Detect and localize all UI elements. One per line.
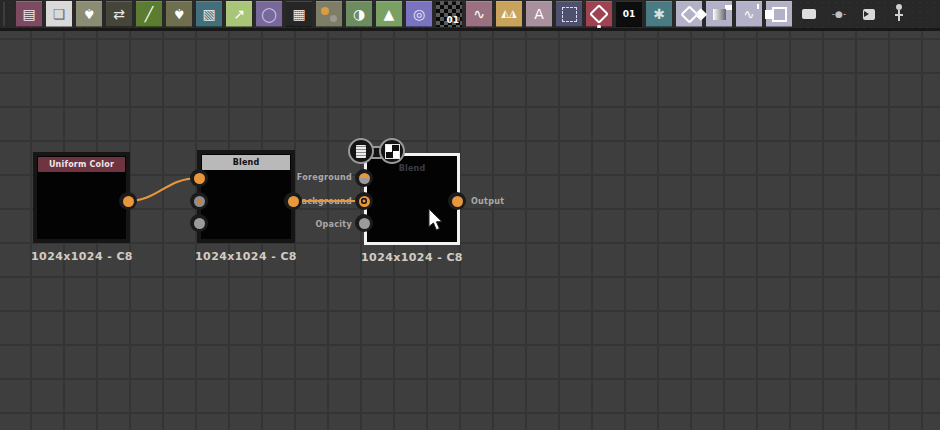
scatter-node-glyph [316, 1, 342, 27]
node-resolution-label: 1024x1024 - C8 [181, 250, 311, 263]
flood-fill-node-icon[interactable] [586, 1, 612, 27]
node-toolbar: ▤❏♠⇄╱♠▧↗◯▦◑▲◎01∿◭◮A01✱∿-●- [0, 0, 940, 28]
flood-fill-to-bbox-node-icon[interactable] [766, 1, 792, 27]
text-node-glyph: A [534, 7, 544, 21]
blend-node-glyph: ♠ [83, 7, 96, 21]
blend2-input-background-port[interactable] [355, 192, 373, 210]
blend-node-icon[interactable]: ♠ [76, 1, 102, 27]
node-title: Uniform Color [38, 157, 125, 172]
channel-shuffle-node-icon[interactable]: ⇄ [106, 1, 132, 27]
scatter-node-icon[interactable] [316, 1, 342, 27]
directional-warp-node-icon[interactable]: ▧ [196, 1, 222, 27]
document-icon [356, 145, 366, 158]
node-thumbnail-toggle-button[interactable] [379, 138, 405, 164]
switch-node-glyph [863, 9, 875, 20]
grayscale-conversion-node-icon[interactable]: ◑ [346, 1, 372, 27]
blend1-input-foreground-port[interactable] [190, 169, 208, 187]
curve-editor-node-glyph: ∿ [473, 7, 485, 21]
toolbar-icons: ▤❏♠⇄╱♠▧↗◯▦◑▲◎01∿◭◮A01✱∿-●- [16, 1, 912, 27]
cells-node-glyph: ✱ [653, 7, 665, 21]
checkerboard-icon [385, 144, 400, 159]
grayscale-conversion-node-glyph: ◑ [353, 7, 365, 21]
flood-fill-to-gradient-node-glyph [713, 9, 726, 20]
dot-node-glyph: -●- [832, 10, 846, 19]
hsl-node-icon[interactable]: ◎ [406, 1, 432, 27]
blend2-input-opacity-port[interactable] [355, 214, 373, 232]
channel-shuffle-node-glyph: ⇄ [113, 7, 125, 21]
toolbar-bottom-edge [0, 28, 940, 31]
flood-fill-to-color-node-glyph [680, 5, 698, 23]
grayscale-pin [359, 218, 370, 229]
transform-2d-node-icon[interactable] [556, 1, 582, 27]
variant-pin [194, 196, 205, 207]
color-pin [288, 196, 299, 207]
levels-node-glyph: ▲ [384, 7, 395, 21]
color-pin [452, 196, 463, 207]
output-label: Output [471, 197, 504, 206]
node-uniform-color[interactable]: Uniform Color [33, 152, 130, 243]
input-label-foreground: Foreground [282, 173, 352, 182]
flood-fill-to-position-node-icon[interactable]: ∿ [736, 1, 762, 27]
flood-fill-to-gradient-node-icon[interactable] [706, 1, 732, 27]
warp-node-glyph: ↗ [233, 7, 245, 21]
pin-glyph [898, 10, 900, 21]
switch-node-icon[interactable] [856, 1, 882, 27]
comment-glyph [802, 9, 816, 19]
node-resolution-label: 1024x1024 - C8 [347, 251, 477, 264]
blend1-output-port[interactable] [284, 192, 302, 210]
toolbar-drag-handle[interactable] [3, 2, 8, 26]
hsl-node-glyph: ◎ [413, 7, 425, 21]
node-blend-1[interactable]: Blend [197, 150, 295, 243]
color-pin [123, 196, 134, 207]
gradient-map-node-icon[interactable]: 01 [436, 1, 462, 27]
levels-node-icon[interactable]: ▲ [376, 1, 402, 27]
grayscale-pin [194, 218, 205, 229]
curve-node-glyph: ╱ [145, 7, 153, 21]
bitmap-node-glyph: ▤ [22, 7, 35, 21]
curve-editor-node-icon[interactable]: ∿ [466, 1, 492, 27]
blend1-input-background-port[interactable] [190, 192, 208, 210]
transform-2d-node-glyph [562, 7, 577, 22]
svg-node-icon[interactable]: ❏ [46, 1, 72, 27]
substance-graph-window: ▤❏♠⇄╱♠▧↗◯▦◑▲◎01∿◭◮A01✱∿-●- Uniform Color… [0, 0, 940, 430]
directional-blur-node-icon[interactable]: ♠ [166, 1, 192, 27]
color-pin [194, 173, 205, 184]
tile-sampler-node-icon[interactable]: ▦ [286, 1, 312, 27]
text-node-icon[interactable]: A [526, 1, 552, 27]
curve-node-icon[interactable]: ╱ [136, 1, 162, 27]
pixel-processor-node-icon[interactable]: 01 [616, 1, 642, 27]
flood-fill-to-position-node-glyph: ∿ [744, 8, 755, 21]
node-properties-button[interactable] [348, 138, 374, 164]
shape-node-icon[interactable]: ◯ [256, 1, 282, 27]
node-title: Blend [202, 155, 290, 170]
tile-sampler-node-glyph: ▦ [292, 7, 305, 21]
node-resolution-label: 1024x1024 - C8 [17, 250, 147, 263]
blend2-input-foreground-port[interactable] [355, 169, 373, 187]
flood-fill-node-glyph [589, 4, 609, 24]
shape-node-glyph: ◯ [261, 7, 277, 21]
connected-pin [359, 196, 370, 207]
directional-warp-node-glyph: ▧ [202, 7, 215, 21]
gradient-map-node-glyph: 01 [436, 1, 462, 27]
pin-icon[interactable] [886, 1, 912, 27]
flood-fill-to-bbox-node-glyph [772, 7, 787, 22]
cells-node-icon[interactable]: ✱ [646, 1, 672, 27]
comment-icon[interactable] [796, 1, 822, 27]
flood-fill-to-color-node-icon[interactable] [676, 1, 702, 27]
bitmap-node-icon[interactable]: ▤ [16, 1, 42, 27]
graph-canvas[interactable] [0, 31, 940, 430]
variant-pin [359, 173, 370, 184]
blend1-input-opacity-port[interactable] [190, 214, 208, 232]
directional-blur-node-glyph: ♠ [173, 7, 186, 21]
dot-node-icon[interactable]: -●- [826, 1, 852, 27]
mirror-node-icon[interactable]: ◭◮ [496, 1, 522, 27]
pixel-processor-node-glyph: 01 [623, 10, 636, 19]
uniformcolor-output-port[interactable] [119, 192, 137, 210]
mirror-node-glyph: ◭◮ [501, 9, 516, 19]
blend2-output-port[interactable] [448, 192, 466, 210]
warp-node-icon[interactable]: ↗ [226, 1, 252, 27]
input-label-opacity: Opacity [282, 220, 352, 229]
mouse-cursor-icon [428, 209, 446, 233]
svg-node-glyph: ❏ [53, 7, 66, 21]
node-title: Blend [368, 161, 456, 176]
